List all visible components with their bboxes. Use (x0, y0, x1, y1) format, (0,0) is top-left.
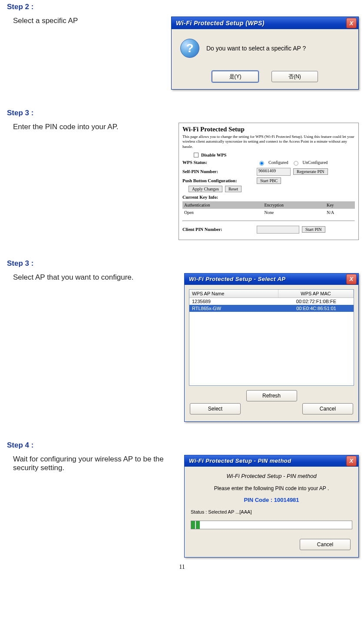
step3b-heading: Step 3 : (5, 259, 359, 268)
refresh-button[interactable]: Refresh (246, 390, 297, 401)
no-button[interactable]: 否(N) (271, 71, 318, 82)
configured-radio[interactable] (259, 161, 264, 165)
msgbox-dialog: Wi-Fi Protected Setup (WPS) X ? Do you w… (171, 17, 359, 90)
disable-wps-label: Disable WPS (201, 153, 226, 157)
close-icon[interactable]: X (346, 18, 357, 28)
th-key: Key (325, 201, 355, 209)
close-icon[interactable]: X (346, 274, 357, 284)
msgbox-title: Wi-Fi Protected Setup (WPS) (176, 20, 346, 27)
current-key-info-heading: Current Key Info: (182, 195, 355, 200)
step2-text: Select a specific AP (5, 17, 166, 25)
step3a-heading: Step 3 : (5, 109, 359, 117)
th-auth: Authentication (182, 201, 263, 209)
disable-wps-checkbox[interactable] (194, 153, 199, 157)
step4-text: Wait for configuring your wireless AP to… (5, 455, 179, 472)
web-ap-page: Wi-Fi Protected Setup This page allows y… (179, 123, 359, 240)
ap-list[interactable]: WPS AP Name WPS AP MAC 1235689 00:02:72:… (189, 289, 354, 386)
self-pin-value: 96661469 (257, 168, 291, 176)
cancel-button[interactable]: Cancel (302, 403, 353, 414)
key-info-table: Authentication Encryption Key Open None … (182, 201, 355, 216)
select-ap-dialog: Wi-Fi Protected Setup - Select AP X WPS … (184, 273, 359, 422)
apply-changes-button[interactable]: Apply Changes (189, 186, 222, 192)
pin-status-text: Status : Selected AP ...[AAA] (191, 509, 352, 514)
configured-label: Configured (268, 160, 288, 165)
ap-name-cell: RTL865x-GW (189, 305, 279, 311)
ap-name-cell: 1235689 (189, 298, 279, 304)
select-button[interactable]: Select (190, 403, 241, 414)
msgbox-titlebar: Wi-Fi Protected Setup (WPS) X (172, 17, 358, 29)
page-number: 11 (5, 564, 359, 571)
step3b-text: Select AP that you want to configure. (5, 273, 179, 282)
web-desc: This page allows you to change the setti… (182, 134, 355, 149)
th-enc: Encryption (263, 201, 325, 209)
step3a-text: Enter the PIN code into your AP. (5, 123, 173, 131)
list-item[interactable]: RTL865x-GW 00:E0:4C:86:51:01 (189, 305, 354, 312)
question-icon: ? (180, 39, 199, 58)
regenerate-pin-button[interactable]: Regenerate PIN (293, 168, 328, 175)
progress-bar (191, 521, 352, 529)
client-pin-label: Client PIN Number: (182, 227, 254, 232)
select-ap-title: Wi-Fi Protected Setup - Select AP (189, 276, 346, 282)
start-pbc-button[interactable]: Start PBC (257, 177, 281, 184)
start-pin-button[interactable]: Start PIN (302, 226, 325, 233)
client-pin-input[interactable] (257, 226, 299, 234)
self-pin-label: Self-PIN Number: (182, 169, 254, 174)
pbc-label: Push Button Configuration: (182, 178, 254, 183)
yes-button[interactable]: 是(Y) (212, 71, 258, 82)
reset-button[interactable]: Reset (225, 186, 242, 192)
pin-subtitle: Wi-Fi Protected Setup - PIN method (191, 473, 352, 479)
col-ap-mac: WPS AP MAC (278, 290, 354, 297)
web-title: Wi-Fi Protected Setup (182, 126, 355, 133)
ap-mac-cell: 00:02:72:F1:0B:FE (279, 298, 354, 304)
unconfigured-radio[interactable] (294, 161, 298, 165)
wps-status-label: WPS Status: (182, 160, 254, 165)
msgbox-message: Do you want to select a specific AP ? (206, 45, 306, 52)
list-item[interactable]: 1235689 00:02:72:F1:0B:FE (189, 298, 354, 305)
pin-code-label: PIN Code : 10014981 (191, 497, 352, 503)
td-key: N/A (325, 209, 355, 216)
select-ap-titlebar: Wi-Fi Protected Setup - Select AP X (185, 274, 358, 285)
unconfigured-label: UnConfigured (303, 160, 328, 165)
pin-method-dialog: Wi-Fi Protected Setup - PIN method X Wi-… (184, 455, 359, 558)
td-enc: None (263, 209, 325, 216)
cancel-button[interactable]: Cancel (300, 539, 351, 550)
step4-heading: Step 4 : (5, 441, 359, 450)
pin-title: Wi-Fi Protected Setup - PIN method (189, 458, 346, 464)
pin-please-text: Please enter the following PIN code into… (191, 485, 352, 491)
ap-mac-cell: 00:E0:4C:86:51:01 (279, 305, 354, 311)
col-ap-name: WPS AP Name (189, 290, 278, 297)
close-icon[interactable]: X (346, 456, 357, 466)
step2-heading: Step 2 : (5, 3, 359, 11)
pin-titlebar: Wi-Fi Protected Setup - PIN method X (185, 455, 358, 467)
td-auth: Open (182, 209, 263, 216)
